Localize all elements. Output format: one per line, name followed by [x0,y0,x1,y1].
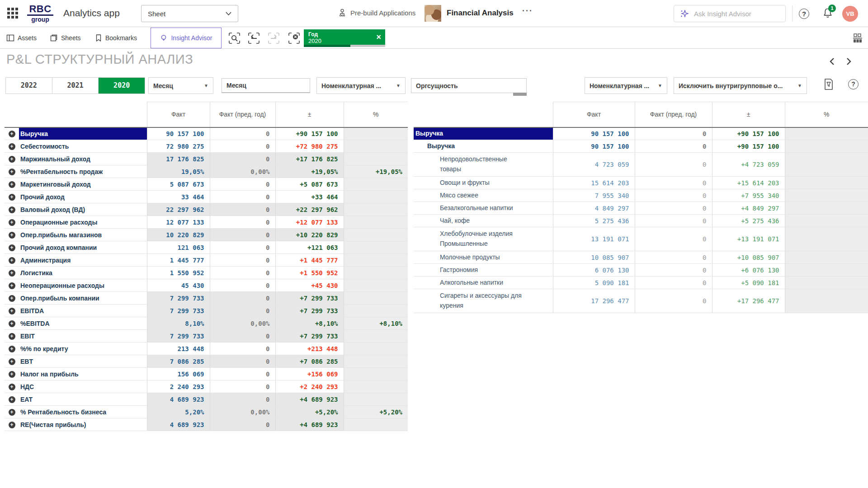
column-header-percent[interactable]: % [344,102,408,127]
expand-row-icon[interactable]: + [9,333,15,340]
expand-row-icon[interactable]: + [9,320,15,327]
column-header-fact-prev[interactable]: Факт (пред. год) [635,102,712,127]
expand-row-icon[interactable]: + [9,156,15,163]
expand-row-icon[interactable]: + [9,194,15,201]
row-label[interactable]: Себестоимость [19,140,147,153]
exclude-intragroup-dropdown[interactable]: Исключить внутригрупповые о... ▼ [674,77,807,94]
row-label[interactable]: EBIT [19,330,147,343]
row-label[interactable]: RE(Чистая прибыль) [19,418,147,431]
more-options-icon[interactable]: ··· [522,6,533,16]
expand-row-icon[interactable]: + [9,409,15,416]
row-label[interactable]: % Рентабельность бизнеса [19,406,147,418]
nomenclature-dropdown-right[interactable]: Номенклатурная ... ▼ [585,77,667,94]
expand-row-icon[interactable]: + [9,384,15,390]
row-label[interactable]: EBT [19,355,147,368]
expand-row-icon[interactable]: + [9,206,15,213]
row-label[interactable]: Опер.прибыль компании [19,292,147,305]
bookmarks-tab[interactable]: Bookmarks [95,28,137,48]
app-launcher-icon[interactable] [7,8,19,19]
current-app-name[interactable]: Financial Analysis [447,9,514,18]
help-icon[interactable]: ? [799,9,809,19]
row-label[interactable]: Мясо свежее [414,189,553,202]
row-label[interactable]: Выручка [414,127,553,140]
row-label[interactable]: Маркетинговый доход [19,178,147,191]
smart-search-icon[interactable] [228,32,241,44]
help-icon-secondary[interactable]: ? [848,79,859,89]
next-sheet-icon[interactable] [844,57,853,66]
row-label[interactable]: EAT [19,393,147,406]
row-label[interactable]: Администрация [19,254,147,267]
sheet-grid-icon[interactable] [852,33,863,44]
expand-row-icon[interactable]: + [9,371,15,378]
sheets-tab[interactable]: Sheets [50,28,81,48]
ask-insight-advisor-input[interactable]: Ask Insight Advisor [674,5,786,22]
prebuild-applications-link[interactable]: Pre-build Applications [338,8,415,17]
row-label[interactable]: Налог на прибыль [19,368,147,380]
row-label[interactable]: Непродовольственные товары [414,153,553,177]
notifications-bell-icon[interactable]: 1 [822,7,835,21]
sheet-selector-dropdown[interactable]: Sheet [141,5,238,22]
row-label[interactable]: Прочий доход компании [19,241,147,254]
insight-advisor-button[interactable]: Insight Advisor [151,28,222,48]
row-label[interactable]: %% по кредиту [19,343,147,355]
row-label[interactable]: Безалкогольные напитки [414,202,553,215]
column-header-fact[interactable]: Факт [553,102,635,127]
row-label[interactable]: Выручка [414,140,553,153]
column-header-delta[interactable]: ± [275,102,344,127]
expand-row-icon[interactable]: + [9,181,15,188]
column-header-percent[interactable]: % [785,102,868,127]
expand-row-icon[interactable]: + [9,346,15,352]
expand-row-icon[interactable]: + [9,232,15,239]
row-label[interactable]: Логистика [19,267,147,279]
row-label[interactable]: Гастрономия [414,264,553,277]
row-label[interactable]: Овощи и фрукты [414,177,553,189]
org-entity-input[interactable]: Оргсущность [411,78,527,93]
expand-row-icon[interactable]: + [9,270,15,277]
row-label[interactable]: Чай, кофе [414,215,553,227]
row-label[interactable]: Валовый доход (ВД) [19,203,147,216]
row-label[interactable]: Алкогольные напитки [414,277,553,289]
row-label[interactable]: %Рентабельность продаж [19,165,147,178]
app-thumbnail[interactable] [425,5,441,22]
expand-row-icon[interactable]: + [9,131,15,137]
column-header-fact-prev[interactable]: Факт (пред. год) [210,102,275,127]
year-button-2020[interactable]: 2020 [98,78,145,94]
row-label[interactable]: Маржинальный доход [19,153,147,165]
expand-row-icon[interactable]: + [9,308,15,314]
expand-row-icon[interactable]: + [9,295,15,302]
row-label[interactable]: Выручка [19,127,147,140]
remove-selection-icon[interactable]: × [376,33,381,41]
row-label[interactable]: Хлебобулочные изделия Промышленные [414,227,553,251]
assets-tab[interactable]: Assets [6,28,37,48]
month-filter-input[interactable]: Месяц [222,78,310,93]
clear-selections-icon[interactable] [288,32,300,44]
row-label[interactable]: Неоперационные расходы [19,279,147,292]
expand-row-icon[interactable]: + [9,169,15,175]
column-header-fact[interactable]: Факт [147,102,210,127]
expand-row-icon[interactable]: + [9,282,15,289]
row-label[interactable]: %EBITDA [19,317,147,330]
expand-row-icon[interactable]: + [9,422,15,428]
year-button-2022[interactable]: 2022 [6,78,52,94]
row-label[interactable]: Сигареты и аксессуары для курения [414,289,553,313]
step-back-icon[interactable] [248,32,260,44]
expand-row-icon[interactable]: + [9,257,15,264]
year-button-2021[interactable]: 2021 [52,78,99,94]
row-label[interactable]: EBITDA [19,305,147,317]
expand-row-icon[interactable]: + [9,219,15,226]
selection-chip-year[interactable]: Год 2020 × [304,29,385,47]
row-label[interactable]: НДС [19,380,147,393]
column-header-delta[interactable]: ± [712,102,785,127]
row-label[interactable]: Опер.прибыль магазинов [19,229,147,241]
expand-row-icon[interactable]: + [9,143,15,150]
nomenclature-dropdown-left[interactable]: Номенклатурная ... ▼ [316,77,406,94]
user-avatar[interactable]: VB [842,6,858,22]
row-label[interactable]: Операционные расходы [19,216,147,229]
expand-row-icon[interactable]: + [9,396,15,403]
expand-row-icon[interactable]: + [9,358,15,365]
step-forward-icon[interactable] [268,32,280,44]
prev-sheet-icon[interactable] [828,57,836,66]
row-label[interactable]: Молочные продукты [414,251,553,264]
row-label[interactable]: Прочий доход [19,191,147,203]
month-dropdown[interactable]: Месяц ▼ [148,77,213,94]
